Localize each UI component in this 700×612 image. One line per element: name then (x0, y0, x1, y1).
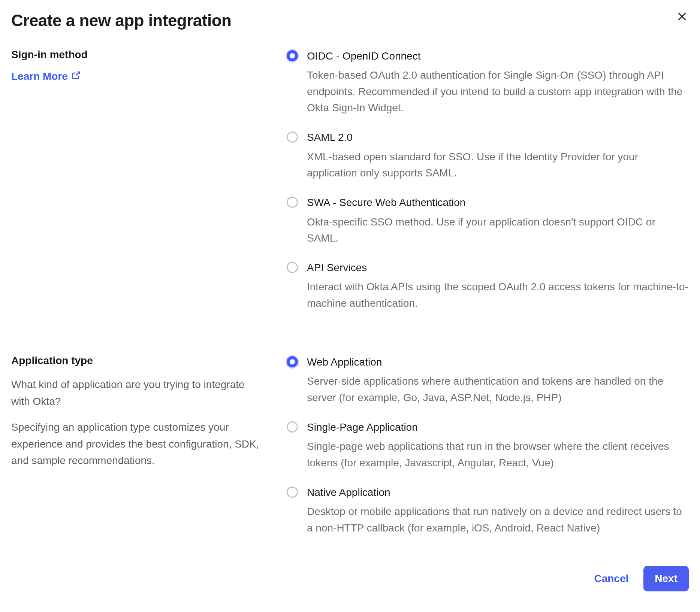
learn-more-label: Learn More (11, 70, 68, 82)
radio-input-oidc[interactable] (287, 50, 298, 61)
radio-input-swa[interactable] (287, 197, 298, 208)
radio-option-oidc[interactable]: OIDC - OpenID Connect Token-based OAuth … (287, 49, 689, 116)
radio-option-api-services[interactable]: API Services Interact with Okta APIs usi… (287, 260, 689, 311)
application-type-section: Application type What kind of applicatio… (11, 334, 689, 558)
option-desc: Server-side applications where authentic… (307, 373, 689, 406)
radio-input-api-services[interactable] (287, 262, 298, 273)
application-type-left: Application type What kind of applicatio… (11, 355, 287, 536)
option-title: Single-Page Application (307, 420, 689, 434)
close-icon (678, 12, 686, 22)
application-type-heading: Application type (11, 355, 264, 367)
option-title: SAML 2.0 (307, 130, 689, 145)
application-type-desc-1: What kind of application are you trying … (11, 376, 264, 410)
application-type-options: Web Application Server-side applications… (287, 355, 689, 536)
signin-method-left: Sign-in method Learn More (11, 49, 287, 311)
modal-footer: Cancel Next (11, 558, 689, 591)
learn-more-link[interactable]: Learn More (11, 70, 81, 82)
radio-option-saml[interactable]: SAML 2.0 XML-based open standard for SSO… (287, 130, 689, 181)
option-desc: Single-page web applications that run in… (307, 438, 689, 471)
radio-input-saml[interactable] (287, 131, 298, 143)
option-title: OIDC - OpenID Connect (307, 49, 689, 63)
modal-title: Create a new app integration (11, 11, 689, 30)
option-desc: Okta-specific SSO method. Use if your ap… (307, 214, 689, 246)
radio-input-spa[interactable] (287, 421, 298, 433)
option-desc: Interact with Okta APIs using the scoped… (307, 279, 689, 311)
radio-input-native-app[interactable] (287, 487, 298, 498)
radio-option-native-app[interactable]: Native Application Desktop or mobile app… (287, 485, 689, 536)
radio-option-swa[interactable]: SWA - Secure Web Authentication Okta-spe… (287, 195, 689, 246)
cancel-button[interactable]: Cancel (590, 567, 632, 591)
option-title: Native Application (307, 485, 689, 500)
external-link-icon (68, 70, 81, 82)
next-button[interactable]: Next (643, 566, 689, 591)
create-app-integration-modal: Create a new app integration Sign-in met… (11, 11, 689, 591)
radio-option-web-app[interactable]: Web Application Server-side applications… (287, 355, 689, 406)
signin-method-section: Sign-in method Learn More OIDC - OpenID … (11, 49, 689, 334)
option-desc: Token-based OAuth 2.0 authentication for… (307, 67, 689, 116)
signin-method-heading: Sign-in method (11, 49, 264, 61)
radio-option-spa[interactable]: Single-Page Application Single-page web … (287, 420, 689, 471)
signin-method-options: OIDC - OpenID Connect Token-based OAuth … (287, 49, 689, 311)
option-title: Web Application (307, 355, 689, 369)
option-title: SWA - Secure Web Authentication (307, 195, 689, 210)
option-title: API Services (307, 260, 689, 275)
radio-input-web-app[interactable] (287, 356, 298, 367)
option-desc: Desktop or mobile applications that run … (307, 503, 689, 536)
option-desc: XML-based open standard for SSO. Use if … (307, 149, 689, 181)
close-button[interactable] (675, 10, 689, 24)
application-type-desc-2: Specifying an application type customize… (11, 419, 264, 469)
